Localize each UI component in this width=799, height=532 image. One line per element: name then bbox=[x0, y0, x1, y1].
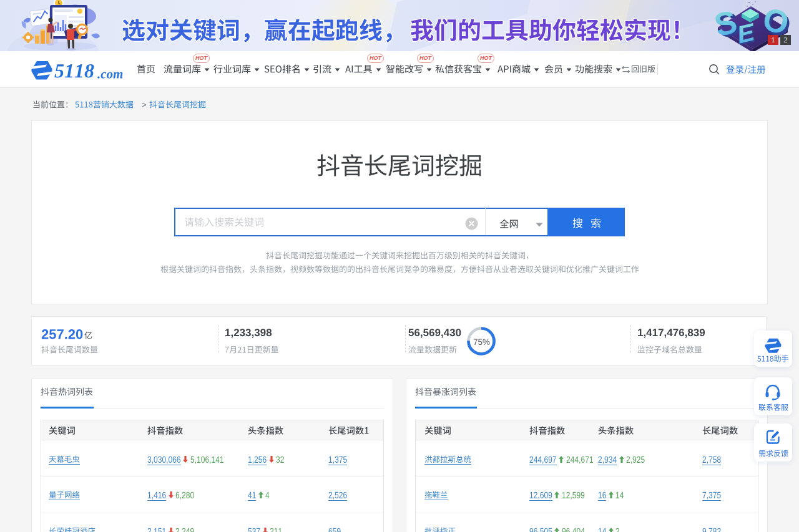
svg-text:S: S bbox=[712, 3, 740, 44]
svg-text:E: E bbox=[738, 17, 755, 49]
